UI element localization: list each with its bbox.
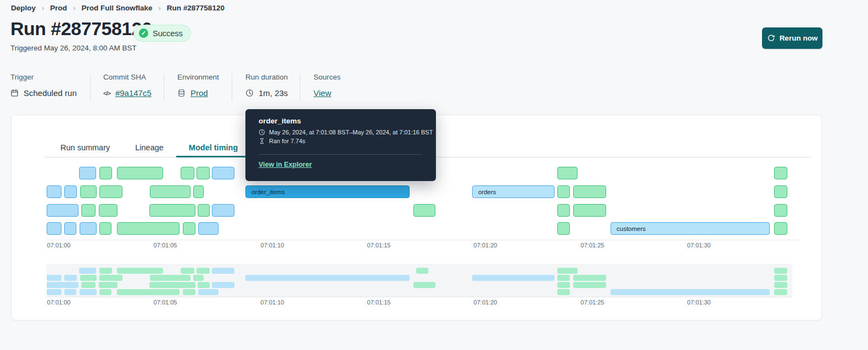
meta-divider: [232, 74, 232, 101]
code-icon: </>: [103, 90, 110, 97]
gantt-bar[interactable]: [80, 222, 97, 235]
meta-divider: [164, 74, 164, 101]
breadcrumb: Deploy›Prod›Prod Full Snowflake›Run #287…: [11, 4, 225, 12]
meta-link-prod[interactable]: Prod: [191, 88, 208, 98]
gantt-bar[interactable]: [64, 185, 77, 198]
mini-bar: [774, 275, 787, 281]
gantt-bar[interactable]: [197, 167, 210, 179]
mini-bar: [557, 282, 570, 288]
gantt-bar[interactable]: [79, 167, 96, 179]
gantt-bar[interactable]: [47, 204, 79, 217]
gantt-bar[interactable]: [413, 204, 435, 217]
tab-lineage[interactable]: Lineage: [122, 137, 176, 157]
gantt-bar[interactable]: [557, 185, 570, 198]
gantt-bar[interactable]: [573, 185, 606, 198]
breadcrumb-item-prod-full-snowflake[interactable]: Prod Full Snowflake: [81, 4, 152, 12]
meta-divider: [90, 74, 91, 101]
rerun-refresh-icon: [767, 34, 775, 42]
database-icon: [177, 89, 186, 97]
mini-bar: [774, 282, 787, 288]
gantt-bar[interactable]: [47, 222, 61, 235]
gantt-bar[interactable]: [774, 185, 787, 198]
gantt-bar[interactable]: [557, 167, 578, 179]
axis-tick-label: 07:01:20: [474, 242, 497, 249]
breadcrumb-item-deploy[interactable]: Deploy: [11, 4, 36, 12]
mini-bar: [413, 282, 435, 288]
gantt-bar[interactable]: [198, 222, 219, 235]
gantt-bar[interactable]: [99, 204, 117, 217]
meta-label: Trigger: [10, 73, 77, 81]
mini-bar: [99, 282, 117, 288]
run-detail-page: Deploy›Prod›Prod Full Snowflake›Run #287…: [0, 0, 868, 350]
gantt-bar[interactable]: [150, 185, 191, 198]
gantt-axis-line: [47, 240, 800, 240]
meta-text: Scheduled run: [24, 88, 77, 98]
gantt-bar[interactable]: [99, 222, 111, 235]
triggered-timestamp: Triggered May 26, 2024, 8:00 AM BST: [10, 44, 137, 52]
gantt-bar-orders[interactable]: orders: [472, 185, 555, 198]
gantt-bar[interactable]: [573, 204, 606, 217]
success-check-icon: ✓: [139, 29, 148, 38]
meta-link--9a147c5[interactable]: #9a147c5: [115, 88, 152, 98]
mini-bar: [117, 268, 163, 274]
calendar-icon: [10, 89, 19, 97]
mini-bar: [557, 268, 578, 274]
gantt-bar[interactable]: [193, 185, 204, 198]
mini-bar: [99, 275, 122, 281]
mini-bar: [557, 275, 570, 281]
gantt-bar[interactable]: [99, 167, 112, 179]
mini-bar: [47, 289, 61, 295]
mini-bar: [64, 289, 76, 295]
gantt-bar[interactable]: [774, 204, 787, 217]
gantt-bar-order_items[interactable]: order_items: [245, 185, 410, 198]
gantt-bar[interactable]: [64, 222, 76, 235]
mini-bar: [245, 275, 410, 281]
mini-bar: [212, 282, 234, 288]
gantt-bar[interactable]: [181, 167, 194, 179]
meta-value: Scheduled run: [10, 88, 77, 98]
meta-text: 1m, 23s: [259, 88, 288, 98]
axis-tick-label: 07:01:25: [581, 242, 604, 249]
mini-bar: [573, 282, 606, 288]
gantt-bar[interactable]: [774, 222, 787, 235]
tab-run-summary[interactable]: Run summary: [48, 137, 122, 157]
gantt-bar[interactable]: [557, 204, 570, 217]
meta-col-trigger: TriggerScheduled run: [10, 73, 77, 98]
mini-bar: [197, 268, 210, 274]
meta-value: Prod: [177, 88, 219, 98]
axis-tick-label: 07:01:15: [367, 299, 391, 306]
mini-bar: [99, 268, 112, 274]
gantt-bar[interactable]: [99, 185, 122, 198]
meta-label: Run duration: [245, 73, 288, 81]
gantt-bar[interactable]: [212, 204, 234, 217]
mini-bar: [774, 268, 787, 274]
mini-bar: [573, 275, 606, 281]
gantt-bar[interactable]: [149, 204, 195, 217]
model-tooltip: order_items May 26, 2024, at 7:01:08 BST…: [245, 109, 436, 181]
gantt-bar-customers[interactable]: customers: [611, 222, 770, 235]
gantt-bar[interactable]: [183, 222, 195, 235]
mini-bar: [64, 275, 77, 281]
gantt-bar[interactable]: [80, 185, 97, 198]
gantt-bar[interactable]: [557, 222, 570, 235]
tab-model-timing[interactable]: Model timing: [176, 137, 250, 157]
rerun-now-button[interactable]: Rerun now: [762, 27, 822, 49]
axis-tick-label: 07:01:05: [154, 242, 177, 249]
meta-link-view[interactable]: View: [313, 88, 331, 98]
axis-tick-label: 07:01:10: [261, 299, 284, 306]
meta-col-sources: SourcesView: [313, 73, 341, 98]
breadcrumb-item-prod[interactable]: Prod: [50, 4, 67, 12]
mini-bar: [193, 275, 204, 281]
breadcrumb-separator-icon: ›: [73, 4, 75, 12]
mini-bar: [198, 289, 219, 295]
gantt-bar[interactable]: [47, 185, 61, 198]
gantt-bar[interactable]: [774, 167, 787, 179]
gantt-bar[interactable]: [117, 222, 180, 235]
gantt-bar[interactable]: [198, 204, 210, 217]
gantt-bar[interactable]: [117, 167, 163, 179]
gantt-bar[interactable]: [81, 204, 96, 217]
clock-icon: [259, 129, 265, 136]
mini-bar: [81, 282, 96, 288]
gantt-bar[interactable]: [212, 167, 234, 179]
view-in-explorer-link[interactable]: View in Explorer: [259, 161, 312, 168]
